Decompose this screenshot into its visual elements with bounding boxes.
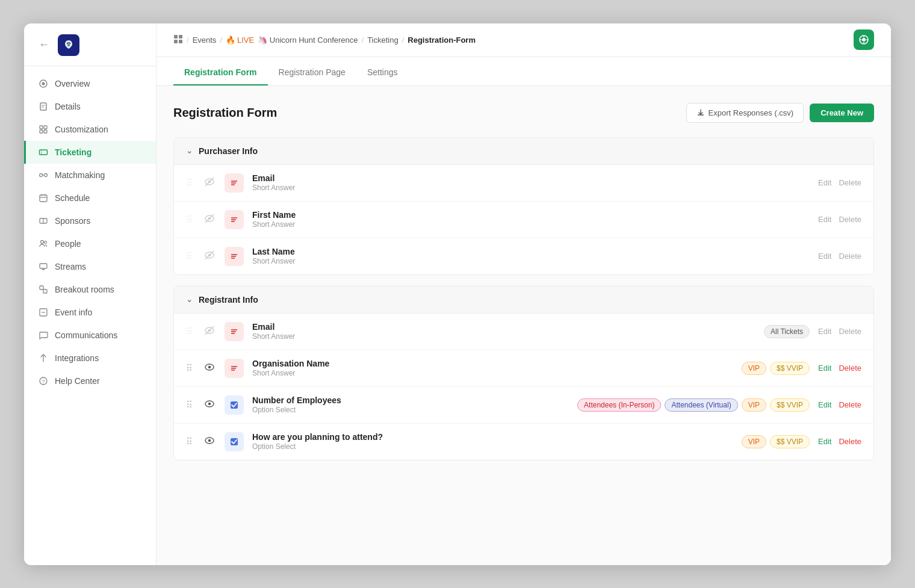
delete-button[interactable]: Delete: [839, 364, 861, 373]
visibility-icon[interactable]: [204, 213, 216, 226]
field-icon-lines: [225, 247, 244, 266]
sidebar-item-people[interactable]: People: [24, 232, 156, 255]
breadcrumb-ticketing[interactable]: Ticketing: [367, 36, 399, 45]
customization-icon: [38, 124, 49, 135]
delete-button[interactable]: Delete: [839, 327, 861, 336]
field-type: Short Answer: [252, 369, 733, 377]
section-purchaser-info: ⌄ Purchaser Info ⠿ Email: [173, 137, 874, 275]
sidebar-item-label: Customization: [55, 125, 108, 134]
breadcrumb-home[interactable]: [173, 34, 183, 46]
back-button[interactable]: ←: [36, 39, 52, 51]
integrations-icon: [38, 353, 49, 364]
field-tags: All Tickets: [764, 325, 810, 338]
tag-all-tickets: All Tickets: [764, 325, 810, 338]
visibility-icon[interactable]: [204, 435, 216, 448]
visibility-icon[interactable]: [204, 250, 216, 263]
fire-icon-1: 🔥: [226, 36, 235, 45]
svg-point-2: [42, 82, 45, 85]
export-button[interactable]: Export Responses (.csv): [686, 103, 804, 123]
svg-point-68: [208, 365, 211, 368]
drag-handle[interactable]: ⠿: [186, 400, 196, 410]
sidebar-item-streams[interactable]: Streams: [24, 255, 156, 278]
sidebar-item-ticketing[interactable]: Ticketing: [24, 141, 156, 164]
delete-button[interactable]: Delete: [839, 437, 861, 446]
sidebar-item-label: Overview: [55, 79, 90, 88]
sidebar-item-label: Matchmaking: [55, 170, 105, 180]
edit-button[interactable]: Edit: [818, 252, 831, 261]
svg-point-22: [45, 241, 47, 243]
sidebar-item-matchmaking[interactable]: Matchmaking: [24, 164, 156, 187]
svg-rect-8: [40, 130, 43, 133]
sidebar-item-communications[interactable]: Communications: [24, 324, 156, 347]
sidebar-item-details[interactable]: Details: [24, 95, 156, 118]
svg-point-73: [208, 402, 211, 404]
svg-rect-15: [40, 195, 47, 202]
chevron-down-icon[interactable]: ⌄: [186, 295, 193, 304]
table-row: ⠿ Organisation Name Short Answer VIP: [174, 350, 873, 387]
sidebar-item-label: Sponsors: [55, 216, 90, 226]
drag-handle: ⠿: [186, 326, 196, 337]
tab-settings[interactable]: Settings: [356, 59, 409, 85]
table-row: ⠿ How are you planning to attend? Option…: [174, 424, 873, 460]
svg-rect-32: [174, 35, 178, 39]
sidebar-item-eventinfo[interactable]: Event info: [24, 301, 156, 324]
sidebar-item-breakout[interactable]: Breakout rooms: [24, 278, 156, 301]
field-type: Option Select: [252, 442, 733, 451]
edit-button[interactable]: Edit: [818, 364, 831, 373]
topbar-action-button[interactable]: [854, 29, 874, 50]
delete-button[interactable]: Delete: [839, 400, 861, 409]
breadcrumb-sep-4: /: [402, 36, 405, 45]
field-info: Last Name Short Answer: [252, 247, 801, 265]
visibility-icon[interactable]: [204, 325, 216, 338]
field-actions: Edit Delete: [818, 364, 861, 373]
field-info: Email Short Answer: [252, 173, 801, 192]
sidebar-item-helpcenter[interactable]: ? Help Center: [24, 370, 156, 392]
sidebar-item-schedule[interactable]: Schedule: [24, 187, 156, 209]
visibility-icon[interactable]: [204, 362, 216, 375]
edit-button[interactable]: Edit: [818, 400, 831, 409]
sidebar-item-label: Details: [55, 102, 81, 111]
sidebar-item-sponsors[interactable]: Sponsors: [24, 209, 156, 232]
svg-rect-6: [40, 126, 43, 129]
sidebar-item-overview[interactable]: Overview: [24, 72, 156, 95]
sidebar-item-integrations[interactable]: Integrations: [24, 347, 156, 370]
helpcenter-icon: ?: [38, 376, 49, 386]
edit-button[interactable]: Edit: [818, 215, 831, 224]
sidebar-item-label: Integrations: [55, 353, 99, 363]
edit-button[interactable]: Edit: [818, 437, 831, 446]
visibility-icon[interactable]: [204, 176, 216, 190]
drag-handle[interactable]: ⠿: [186, 363, 196, 374]
field-type: Option Select: [252, 406, 569, 414]
sidebar-item-customization[interactable]: Customization: [24, 118, 156, 141]
drag-handle: ⠿: [186, 251, 196, 262]
field-type: Short Answer: [252, 220, 801, 229]
breadcrumb-sep-2: /: [220, 36, 222, 45]
sidebar-item-label: Streams: [55, 262, 86, 271]
breadcrumb-current: Registration-Form: [408, 36, 476, 45]
breadcrumb-event-name[interactable]: 🦄 Unicorn Hunt Conference: [258, 36, 358, 45]
tab-registration-form[interactable]: Registration Form: [173, 59, 268, 85]
table-row: ⠿ Last Name Short Answer: [174, 238, 873, 274]
chevron-down-icon[interactable]: ⌄: [186, 146, 193, 155]
drag-handle[interactable]: ⠿: [186, 436, 196, 447]
drag-handle: ⠿: [186, 178, 196, 188]
section-purchaser-header: ⌄ Purchaser Info: [174, 138, 873, 165]
section-title: Purchaser Info: [199, 146, 258, 156]
visibility-icon[interactable]: [204, 398, 216, 412]
breadcrumb-events[interactable]: Events: [193, 36, 217, 45]
delete-button[interactable]: Delete: [839, 215, 861, 224]
delete-button[interactable]: Delete: [839, 252, 861, 261]
create-new-button[interactable]: Create New: [810, 104, 874, 122]
people-icon: [38, 238, 49, 249]
edit-button[interactable]: Edit: [818, 327, 831, 336]
svg-rect-23: [40, 264, 47, 268]
sidebar-item-label: Event info: [55, 308, 92, 317]
delete-button[interactable]: Delete: [839, 178, 861, 187]
table-row: ⠿ Email Short Answer All Tickets: [174, 314, 873, 350]
field-tags: VIP $$ VVIP: [742, 435, 810, 448]
topbar-right: [854, 29, 874, 50]
edit-button[interactable]: Edit: [818, 178, 831, 187]
table-row: ⠿ First Name Short Answer: [174, 202, 873, 238]
svg-rect-3: [40, 103, 46, 110]
tab-registration-page[interactable]: Registration Page: [268, 59, 356, 85]
